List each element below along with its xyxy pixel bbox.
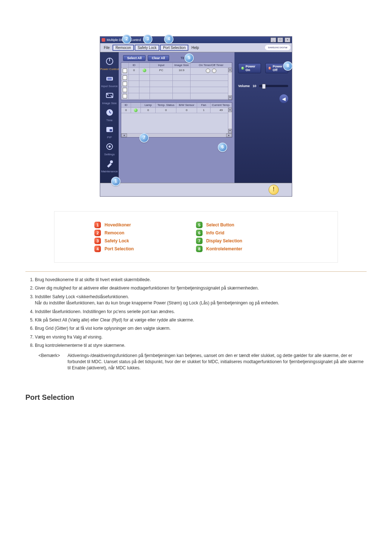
grid1-empty-row [121,75,232,81]
row-checkbox[interactable] [123,69,127,73]
row-timer-radio-2[interactable] [212,69,216,73]
legend-badge: 4 [94,246,101,252]
menu-bar: File Remocon Safety Lock Port Selection … [100,43,292,52]
g2-lamp: 0 [141,108,156,113]
desc-item-3: Indstiller Safety Lock <sikkerhedslåsefu… [35,294,367,307]
row-status-icon [143,69,146,72]
minimize-button[interactable]: _ [270,37,276,42]
legend-item: 2 Remocon [94,230,196,236]
grid2-scrollbar-v[interactable]: ▴▾ [228,108,232,133]
legend-item: 7 Display Selection [196,238,298,244]
speaker-icon[interactable]: ◀ [279,94,288,103]
g2-temp: 0 [156,108,176,113]
grid1-row[interactable]: 0 PC 16:9 [121,68,232,75]
desc-item-1: Brug hovedikonerne til at skifte til hve… [35,277,367,283]
grid2-h-status [131,103,141,108]
grid2-h-lamp: Lamp [141,103,156,108]
grid1-h-timer: On Timer/Off Timer [191,63,232,68]
section-heading: Port Selection [25,393,367,402]
row-checkbox[interactable] [123,88,127,92]
power-control-icon[interactable] [103,56,116,67]
sidebar-label-time: Time [106,119,113,122]
row-id: 0 [129,68,139,75]
grid1-scrollbar[interactable]: ▴▾ [228,68,232,100]
selection-grid: ID Input Image Size On Timer/Off Timer 0… [121,62,232,100]
row-checkbox[interactable] [123,94,127,98]
grid2-row[interactable]: 0 0 0 0 1 49 [121,108,232,113]
description-list: Brug hovedikonerne til at skifte til hve… [25,277,367,349]
row-checkbox[interactable] [123,82,127,86]
grid1-h-id: ID [129,63,139,68]
legend-label: Info Grid [206,230,224,235]
sidebar-label-input: Input Source [101,85,118,88]
sidebar: Power Control Input Source Image Size Ti… [100,52,119,183]
callout-7: 7 [139,133,149,143]
grid1-h-status [139,63,150,68]
settings-icon[interactable] [103,141,116,152]
grid1-h-check [121,63,129,68]
callout-2: 2 [122,34,131,44]
legend: 1 Hovedikoner 2 Remocon 3 Safety Lock 4 … [54,211,338,263]
note-block: <Bemærk> Aktiverings-/deaktiveringsfunkt… [38,353,367,372]
power-on-button[interactable]: Power On [238,63,261,73]
image-size-icon[interactable] [103,90,116,101]
g2-fan: 1 [197,108,211,113]
power-on-label: Power On [246,65,258,72]
row-timer-radio[interactable] [206,69,210,73]
grid2-h-fan: Fan [197,103,211,108]
legend-item: 3 Safety Lock [94,238,196,244]
grid2-h-current-temp: Current Temp. [211,103,232,108]
row-checkbox[interactable] [123,75,127,80]
menu-file[interactable]: File [102,45,112,50]
g2-id: 0 [121,108,131,113]
warning-icon: ! [269,185,279,195]
volume-slider[interactable] [259,85,288,87]
grid1-empty-row [121,87,232,93]
maintenance-icon[interactable] [103,158,116,169]
note-body: Aktiverings-/deaktiveringsfunktionen på … [68,353,367,372]
volume-slider-thumb[interactable] [262,84,266,89]
volume-value: 10 [253,84,256,88]
g2-status-icon [134,108,138,112]
legend-label: Remocon [105,230,124,235]
menu-safety-lock[interactable]: Safety Lock [135,45,159,51]
close-button[interactable]: × [285,37,290,42]
legend-label: Safety Lock [105,238,129,243]
select-all-button[interactable]: Select All [123,55,146,61]
maximize-button[interactable]: □ [277,37,283,42]
time-icon[interactable] [103,107,116,118]
svg-point-11 [109,145,111,148]
power-off-dot-icon [269,67,271,70]
grid1-h-input: Input [150,63,173,68]
legend-badge: 5 [196,222,203,228]
menu-remocon[interactable]: Remocon [113,45,134,51]
pip-icon[interactable] [103,124,116,135]
desc-item-8: Brug kontrolelementerne til at styre skæ… [35,342,367,349]
desc-item-7: Vælg en visning fra Valg af visning. [35,334,367,340]
svg-rect-3 [107,78,112,80]
legend-item: 8 Kontrolelementer [196,246,298,252]
svg-point-12 [110,160,113,163]
sidebar-label-pip: PIP [107,136,112,139]
desc-item-4: Indstiller låsefunktionen. Indstillingen… [35,309,367,315]
menu-help[interactable]: Help [189,45,201,50]
note-label: <Bemærk> [38,353,68,372]
legend-label: Kontrolelementer [206,246,242,251]
sidebar-label-power: Power Control [100,67,119,71]
grid2-scrollbar-h[interactable]: ◂▸ [121,133,232,137]
legend-badge: 8 [196,246,203,252]
grid1-h-imagesize: Image Size [173,63,191,68]
input-source-icon[interactable] [103,73,116,84]
menu-port-selection[interactable]: Port Selection [160,45,188,51]
separator [25,271,367,272]
svg-rect-9 [110,129,112,131]
legend-item: 1 Hovedikoner [94,222,196,228]
legend-item: 4 Port Selection [94,246,196,252]
grid2-h-temp-status: Temp. Status [156,103,176,108]
status-bar: ! [100,183,292,196]
grid1-empty-row [121,93,232,99]
callout-6: 6 [218,143,227,152]
power-on-dot-icon [241,67,244,70]
desc-item-3a: Indstiller Safety Lock <sikkerhedslåsefu… [35,294,129,299]
clear-all-button[interactable]: Clear All [148,55,169,61]
